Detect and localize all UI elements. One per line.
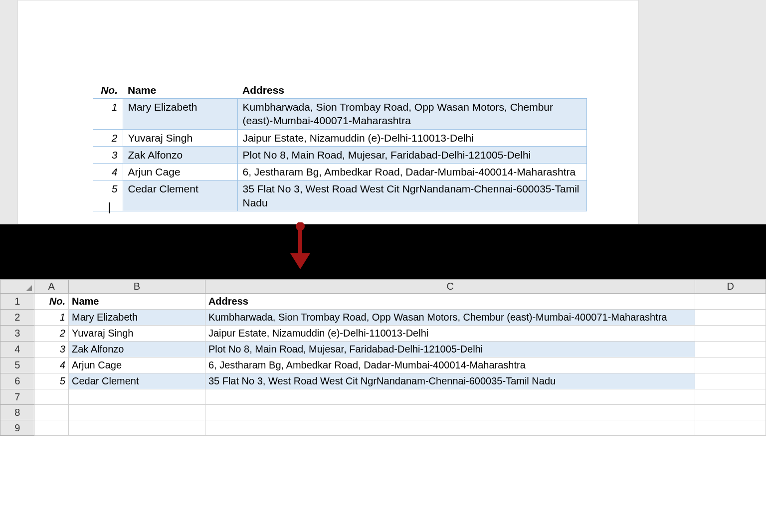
excel-cell[interactable]: [34, 405, 68, 420]
excel-cell-name[interactable]: Cedar Clement: [68, 373, 205, 389]
separator-band: [0, 224, 766, 279]
excel-cell[interactable]: [695, 389, 766, 405]
excel-cell-no[interactable]: 2: [34, 326, 68, 342]
row-header[interactable]: 7: [0, 389, 34, 405]
excel-cell[interactable]: [68, 405, 205, 420]
row-header[interactable]: 1: [0, 294, 34, 310]
table-row: 3 Zak Alfonzo Plot No 8, Main Road, Muje…: [93, 146, 586, 163]
excel-grid[interactable]: A B C D 1 No. Name Address 2 1 Mary Eliz…: [0, 279, 766, 436]
table-row: 9: [0, 420, 766, 436]
excel-cell-address[interactable]: 6, Jestharam Bg, Ambedkar Road, Dadar-Mu…: [205, 357, 695, 373]
column-header-d[interactable]: D: [695, 280, 766, 294]
column-header-b[interactable]: B: [68, 280, 205, 294]
table-row: 4 3 Zak Alfonzo Plot No 8, Main Road, Mu…: [0, 342, 766, 357]
word-cell-address: Jaipur Estate, Nizamuddin (e)-Delhi-1100…: [237, 129, 586, 146]
word-cell-no: 4: [93, 164, 123, 180]
select-all-corner[interactable]: [0, 280, 34, 294]
excel-cell[interactable]: [68, 420, 205, 436]
excel-cell-name[interactable]: Arjun Cage: [68, 357, 205, 373]
table-row: 3 2 Yuvaraj Singh Jaipur Estate, Nizamud…: [0, 326, 766, 342]
excel-cell-address[interactable]: Jaipur Estate, Nizamuddin (e)-Delhi-1100…: [205, 326, 695, 342]
row-header[interactable]: 2: [0, 310, 34, 326]
table-row: 5 Cedar Clement 35 Flat No 3, West Road …: [93, 180, 586, 211]
word-cell-name: Mary Elizabeth: [123, 99, 237, 130]
excel-cell[interactable]: [695, 405, 766, 420]
word-cell-name: Cedar Clement: [123, 180, 237, 211]
table-row: 5 4 Arjun Cage 6, Jestharam Bg, Ambedkar…: [0, 357, 766, 373]
row-header[interactable]: 4: [0, 342, 34, 357]
text-cursor: |: [108, 200, 111, 214]
word-cell-address: Kumbharwada, Sion Trombay Road, Opp Wasa…: [237, 99, 586, 130]
row-header[interactable]: 6: [0, 373, 34, 389]
excel-cell[interactable]: [695, 373, 766, 389]
word-cell-address: 35 Flat No 3, West Road West Cit NgrNand…: [237, 180, 586, 211]
excel-cell[interactable]: [695, 326, 766, 342]
word-header-address: Address: [237, 82, 586, 99]
excel-cell[interactable]: [34, 389, 68, 405]
excel-cell-name[interactable]: Zak Alfonzo: [68, 342, 205, 357]
row-header[interactable]: 5: [0, 357, 34, 373]
table-row: 8: [0, 405, 766, 420]
excel-cell-address[interactable]: Kumbharwada, Sion Trombay Road, Opp Wasa…: [205, 310, 695, 326]
excel-cell-no[interactable]: 4: [34, 357, 68, 373]
word-cell-name: Yuvaraj Singh: [123, 129, 237, 146]
word-cell-no: 2: [93, 129, 123, 146]
word-page: No. Name Address 1 Mary Elizabeth Kumbha…: [17, 0, 639, 224]
excel-cell-address[interactable]: Plot No 8, Main Road, Mujesar, Faridabad…: [205, 342, 695, 357]
table-row: 2 Yuvaraj Singh Jaipur Estate, Nizamuddi…: [93, 129, 586, 146]
excel-cell-header-address[interactable]: Address: [205, 294, 695, 310]
excel-cell-name[interactable]: Yuvaraj Singh: [68, 326, 205, 342]
word-cell-name: Zak Alfonzo: [123, 146, 237, 163]
excel-cell[interactable]: [695, 357, 766, 373]
table-row: 2 1 Mary Elizabeth Kumbharwada, Sion Tro…: [0, 310, 766, 326]
excel-cell[interactable]: [695, 342, 766, 357]
table-row: 7: [0, 389, 766, 405]
word-document-panel: No. Name Address 1 Mary Elizabeth Kumbha…: [0, 0, 766, 224]
excel-cell-no[interactable]: 3: [34, 342, 68, 357]
excel-cell[interactable]: [695, 420, 766, 436]
excel-cell-header-name[interactable]: Name: [68, 294, 205, 310]
excel-cell[interactable]: [205, 405, 695, 420]
excel-cell[interactable]: [695, 294, 766, 310]
table-row: 6 5 Cedar Clement 35 Flat No 3, West Roa…: [0, 373, 766, 389]
row-header[interactable]: 8: [0, 405, 34, 420]
row-header[interactable]: 9: [0, 420, 34, 436]
excel-cell[interactable]: [695, 310, 766, 326]
excel-cell-header-no[interactable]: No.: [34, 294, 68, 310]
excel-cell[interactable]: [205, 420, 695, 436]
word-cell-no: 1: [93, 99, 123, 130]
excel-cell[interactable]: [34, 420, 68, 436]
excel-cell[interactable]: [68, 389, 205, 405]
svg-marker-2: [290, 253, 310, 269]
excel-panel: A B C D 1 No. Name Address 2 1 Mary Eliz…: [0, 279, 766, 532]
table-row: 4 Arjun Cage 6, Jestharam Bg, Ambedkar R…: [93, 164, 586, 180]
excel-cell-no[interactable]: 1: [34, 310, 68, 326]
excel-cell-no[interactable]: 5: [34, 373, 68, 389]
table-row: 1 Mary Elizabeth Kumbharwada, Sion Tromb…: [93, 99, 586, 130]
word-header-no: No.: [93, 82, 123, 99]
word-cell-name: Arjun Cage: [123, 164, 237, 180]
word-cell-address: Plot No 8, Main Road, Mujesar, Faridabad…: [237, 146, 586, 163]
excel-cell-address[interactable]: 35 Flat No 3, West Road West Cit NgrNand…: [205, 373, 695, 389]
excel-cell[interactable]: [205, 389, 695, 405]
column-header-a[interactable]: A: [34, 280, 68, 294]
arrow-down-icon: [285, 222, 315, 272]
word-cell-address: 6, Jestharam Bg, Ambedkar Road, Dadar-Mu…: [237, 164, 586, 180]
word-table: No. Name Address 1 Mary Elizabeth Kumbha…: [93, 82, 587, 211]
word-cell-no: 3: [93, 146, 123, 163]
table-row: 1 No. Name Address: [0, 294, 766, 310]
row-header[interactable]: 3: [0, 326, 34, 342]
column-header-c[interactable]: C: [205, 280, 695, 294]
word-header-name: Name: [123, 82, 237, 99]
excel-cell-name[interactable]: Mary Elizabeth: [68, 310, 205, 326]
